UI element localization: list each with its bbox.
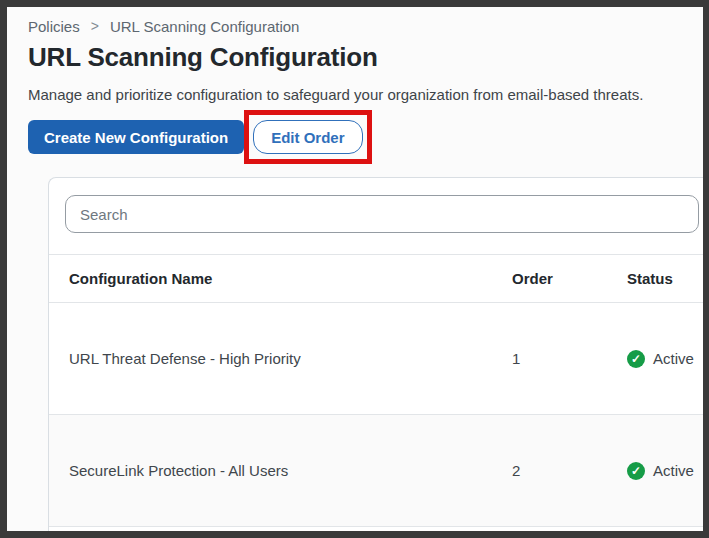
page: Policies > URL Scanning Configuration UR… [7, 7, 703, 537]
status-check-icon: ✓ [627, 462, 645, 480]
status-label: Active [653, 350, 694, 367]
column-header-status: Status [627, 270, 709, 287]
search-input[interactable] [65, 195, 699, 233]
page-description: Manage and prioritize configuration to s… [28, 86, 703, 103]
page-title: URL Scanning Configuration [28, 42, 703, 73]
status-check-icon: ✓ [627, 350, 645, 368]
status-cell: ✓ Active [627, 462, 709, 480]
column-header-order: Order [512, 270, 627, 287]
chevron-right-icon: > [91, 18, 99, 34]
edit-order-button[interactable]: Edit Order [253, 120, 362, 154]
column-header-configuration-name: Configuration Name [69, 270, 512, 287]
config-name-cell: SecureLink Protection - All Users [69, 462, 512, 479]
configurations-card: Configuration Name Order Status URL Thre… [48, 177, 709, 537]
config-name-cell: URL Threat Defense - High Priority [69, 350, 512, 367]
table-row[interactable]: URL Threat Defense - High Priority 1 ✓ A… [49, 303, 709, 415]
screenshot-frame: Policies > URL Scanning Configuration UR… [0, 0, 709, 538]
table-body: URL Threat Defense - High Priority 1 ✓ A… [49, 303, 709, 527]
status-cell: ✓ Active [627, 350, 709, 368]
action-bar: Create New Configuration Edit Order [28, 110, 703, 164]
breadcrumb-item-current: URL Scanning Configuration [110, 18, 300, 35]
search-bar [49, 178, 709, 255]
order-cell: 2 [512, 462, 627, 479]
table-row[interactable]: SecureLink Protection - All Users 2 ✓ Ac… [49, 415, 709, 527]
status-label: Active [653, 462, 694, 479]
annotation-highlight-box: Edit Order [244, 110, 371, 164]
order-cell: 1 [512, 350, 627, 367]
create-new-configuration-button[interactable]: Create New Configuration [28, 120, 244, 154]
table-header: Configuration Name Order Status [49, 255, 709, 303]
breadcrumb: Policies > URL Scanning Configuration [28, 18, 703, 35]
breadcrumb-item-policies[interactable]: Policies [28, 18, 80, 35]
